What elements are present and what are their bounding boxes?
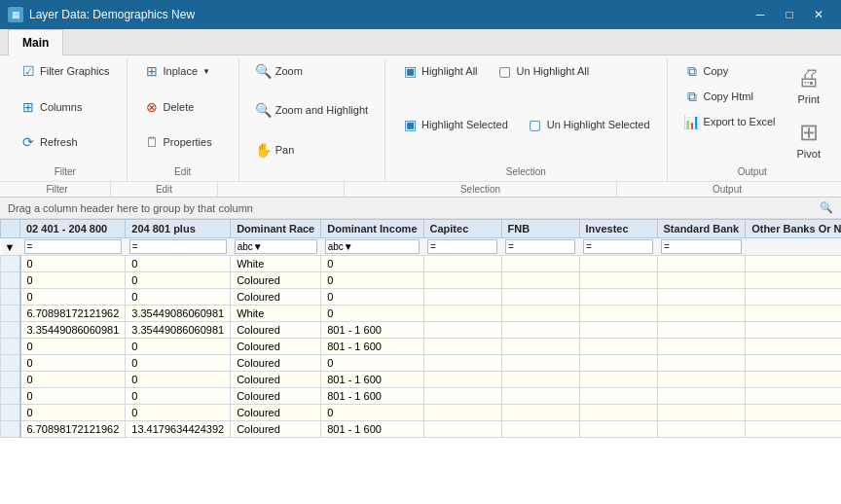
filter-graphics-button[interactable]: ☑ Filter Graphics	[12, 59, 119, 83]
table-cell	[746, 272, 841, 289]
col-header-dominant-race[interactable]: Dominant Race	[231, 220, 321, 238]
filter-input-fnb[interactable]	[505, 239, 575, 254]
filter-investec[interactable]	[579, 238, 657, 256]
refresh-icon: ⟳	[20, 134, 36, 150]
table-cell: Coloured	[231, 405, 321, 421]
filter-capitec[interactable]	[423, 238, 501, 256]
un-highlight-selected-button[interactable]: ▢ Un Highlight Selected	[519, 113, 659, 136]
zoom-button[interactable]: 🔍 Zoom	[247, 59, 311, 83]
refresh-button[interactable]: ⟳ Refresh	[12, 130, 87, 154]
print-button[interactable]: 🖨 Print	[788, 59, 829, 110]
col-header-02401[interactable]: 02 401 - 204 800	[20, 220, 126, 238]
table-cell	[746, 322, 841, 339]
table-row[interactable]: 00Coloured0	[1, 272, 842, 289]
table-row[interactable]: 00Coloured0	[1, 405, 842, 421]
table-row[interactable]: 6.708981721219623.35449086060981White0	[1, 306, 842, 322]
table-row[interactable]: 6.7089817212196213.4179634424392Coloured…	[1, 421, 842, 438]
table-cell	[1, 339, 20, 355]
table-container[interactable]: 02 401 - 204 800 204 801 plus Dominant R…	[0, 219, 841, 504]
filter-02401[interactable]	[20, 238, 126, 256]
ribbon: Main ☑ Filter Graphics ⊞ Columns	[0, 29, 841, 198]
filter-input-standard-bank[interactable]	[661, 239, 742, 254]
filter-input-204801plus[interactable]	[129, 239, 227, 254]
table-cell	[657, 372, 746, 388]
app-icon: ▦	[8, 7, 23, 22]
delete-button[interactable]: ⊗ Delete	[135, 95, 203, 119]
table-cell: Coloured	[231, 388, 321, 405]
highlight-selected-button[interactable]: ▣ Highlight Selected	[393, 113, 517, 136]
table-cell	[657, 272, 746, 289]
filter-input-dominant-income[interactable]	[325, 239, 420, 254]
filter-group-label: Filter	[12, 164, 119, 181]
table-cell	[579, 339, 657, 355]
selection-label: Selection	[345, 182, 617, 197]
table-cell: 0	[321, 405, 423, 421]
table-row[interactable]: 00Coloured801 - 1 600	[1, 388, 842, 405]
filter-fnb[interactable]	[501, 238, 579, 256]
filter-input-dominant-race[interactable]	[235, 239, 317, 254]
col-header-investec[interactable]: Investec	[579, 220, 657, 238]
filter-input-capitec[interactable]	[427, 239, 497, 254]
filter-204801plus[interactable]	[126, 238, 231, 256]
inplace-icon: ⊞	[144, 63, 160, 79]
col-header-dominant-income[interactable]: Dominant Income	[321, 220, 423, 238]
table-row[interactable]: 00Coloured0	[1, 355, 842, 372]
maximize-button[interactable]: □	[775, 0, 804, 29]
table-row[interactable]: 3.354490860609813.35449086060981Coloured…	[1, 322, 842, 339]
zoom-highlight-button[interactable]: 🔍 Zoom and Highlight	[247, 98, 377, 122]
filter-dominant-race[interactable]	[231, 238, 321, 256]
filter-input-investec[interactable]	[583, 239, 653, 254]
filter-input-02401[interactable]	[24, 239, 122, 254]
filter-dominant-income[interactable]	[321, 238, 423, 256]
col-header-standard-bank[interactable]: Standard Bank	[657, 220, 746, 238]
output-group-label: Output	[676, 164, 829, 181]
properties-button[interactable]: 🗒 Properties	[135, 130, 221, 154]
table-row[interactable]: 00Coloured0	[1, 289, 842, 306]
export-to-excel-button[interactable]: 📊 Export to Excel	[676, 110, 785, 133]
table-cell: 3.35449086060981	[126, 322, 231, 339]
table-cell: 6.70898172121962	[20, 421, 126, 438]
data-table: 02 401 - 204 800 204 801 plus Dominant R…	[0, 219, 841, 438]
filter-bar: Drag a column header here to group by th…	[0, 198, 841, 219]
copy-button[interactable]: ⧉ Copy	[676, 59, 738, 83]
un-highlight-selected-icon: ▢	[528, 117, 543, 132]
minimize-button[interactable]: ─	[746, 0, 775, 29]
highlight-all-button[interactable]: ▣ Highlight All	[393, 59, 486, 83]
table-cell	[1, 421, 20, 438]
table-body: 00White000Coloured000Coloured06.70898172…	[1, 256, 842, 438]
search-icon[interactable]: 🔍	[820, 201, 833, 214]
col-header-204801plus[interactable]: 204 801 plus	[126, 220, 231, 238]
close-button[interactable]: ✕	[804, 0, 833, 29]
pan-button[interactable]: ✋ Pan	[247, 138, 304, 162]
table-cell: 0	[20, 339, 126, 355]
un-highlight-all-button[interactable]: ▢ Un Highlight All	[489, 59, 599, 83]
tab-main[interactable]: Main	[8, 29, 63, 55]
table-cell: 801 - 1 600	[321, 421, 423, 438]
pivot-button[interactable]: ⊞ Pivot	[788, 114, 829, 164]
table-cell	[501, 306, 579, 322]
ribbon-tabs: Main	[0, 29, 841, 55]
table-cell	[746, 355, 841, 372]
table-row[interactable]: 00White0	[1, 256, 842, 272]
table-cell	[1, 388, 20, 405]
copy-html-button[interactable]: ⧉ Copy Html	[676, 85, 762, 108]
inplace-button[interactable]: ⊞ Inplace ▼	[135, 59, 219, 83]
col-header-capitec[interactable]: Capitec	[423, 220, 501, 238]
table-cell	[501, 355, 579, 372]
table-cell: 0	[20, 355, 126, 372]
filter-row: ▼	[1, 238, 842, 256]
filter-other-banks[interactable]	[746, 238, 841, 256]
table-row[interactable]: 00Coloured801 - 1 600	[1, 372, 842, 388]
table-cell: 3.35449086060981	[126, 306, 231, 322]
table-cell	[746, 388, 841, 405]
col-header-fnb[interactable]: FNB	[501, 220, 579, 238]
table-cell: 0	[126, 289, 231, 306]
columns-button[interactable]: ⊞ Columns	[12, 95, 91, 119]
table-cell	[579, 306, 657, 322]
col-header-other-banks[interactable]: Other Banks Or None	[746, 220, 841, 238]
table-cell	[579, 272, 657, 289]
table-row[interactable]: 00Coloured801 - 1 600	[1, 339, 842, 355]
filter-standard-bank[interactable]	[657, 238, 746, 256]
table-cell: Coloured	[231, 421, 321, 438]
edit-buttons: ⊞ Inplace ▼ ⊗ Delete 🗒 Properties	[135, 59, 231, 164]
